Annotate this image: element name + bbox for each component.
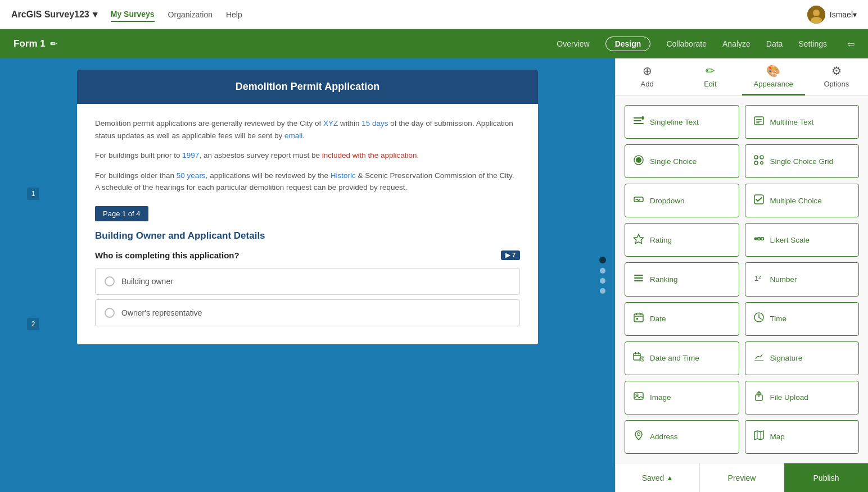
time-icon [753, 312, 765, 326]
desc-p1: Demolition permit applications are gener… [95, 117, 520, 142]
svg-point-13 [754, 156, 758, 159]
sec-nav-settings[interactable]: Settings [798, 39, 827, 48]
element-date-and-time[interactable]: Date and Time [625, 341, 739, 375]
multiline-text-label: Multiline Text [770, 118, 814, 126]
element-single-choice-grid[interactable]: Single Choice Grid [745, 144, 860, 178]
element-image[interactable]: Image [625, 381, 739, 414]
form-header-title: Demolition Permit Application [91, 81, 525, 93]
add-icon: ⊕ [643, 64, 652, 78]
row-num-2: 2 [27, 318, 39, 330]
element-map[interactable]: Map [745, 420, 860, 454]
svg-rect-27 [634, 277, 643, 279]
tab-add[interactable]: ⊕ Add [616, 58, 679, 95]
form-title-edit-icon[interactable]: ✏ [50, 39, 57, 48]
options-icon: ⚙ [831, 64, 842, 78]
likert-scale-icon [753, 233, 765, 247]
form-title-text: Form 1 [13, 38, 46, 49]
element-file-upload[interactable]: File Upload [745, 381, 860, 414]
panel-toolbar: ⊕ Add ✏ Edit 🎨 Appearance ⚙ Options [616, 58, 868, 96]
preview-button[interactable]: Preview [700, 463, 784, 492]
radio-building-owner[interactable] [105, 276, 115, 286]
question-label: Who is completing this application? ▶ 7 [95, 250, 520, 260]
number-label: Number [770, 275, 797, 284]
nav-help[interactable]: Help [226, 8, 242, 21]
multiple-choice-icon [753, 194, 765, 208]
saved-button[interactable]: Saved ▲ [616, 463, 700, 492]
sec-nav-collaborate[interactable]: Collaborate [666, 39, 707, 48]
saved-indicator: Saved ▲ [642, 473, 673, 482]
svg-rect-28 [634, 280, 643, 281]
element-number[interactable]: 1² Number [745, 262, 860, 296]
sec-nav-overview[interactable]: Overview [557, 39, 589, 48]
element-address[interactable]: Address [625, 420, 739, 454]
section-title: Building Owner and Applicant Details [95, 230, 520, 242]
element-multiple-choice[interactable]: Multiple Choice [745, 184, 860, 217]
svg-rect-26 [634, 275, 643, 276]
date-and-time-label: Date and Time [650, 354, 699, 362]
nav-organization[interactable]: Organization [168, 8, 213, 21]
single-choice-label: Single Choice [650, 157, 697, 166]
form-card: Demolition Permit Application Demolition… [77, 70, 538, 344]
right-panel: ⊕ Add ✏ Edit 🎨 Appearance ⚙ Options [615, 58, 868, 492]
nav-my-surveys[interactable]: My Surveys [111, 7, 155, 22]
svg-point-14 [760, 156, 763, 159]
publish-button[interactable]: Publish [784, 463, 868, 492]
single-choice-grid-icon [753, 154, 765, 168]
svg-line-37 [759, 317, 761, 319]
share-icon[interactable]: ⇦ [847, 39, 855, 49]
required-count: 7 [512, 252, 516, 258]
elements-grid: Singleline Text Multiline Text [616, 96, 868, 463]
app-dropdown-arrow[interactable]: ▾ [93, 9, 97, 20]
secondary-nav-links: Overview Design Collaborate Analyze Data… [557, 37, 855, 51]
multiple-choice-label: Multiple Choice [770, 197, 822, 205]
tab-options[interactable]: ⚙ Options [805, 58, 868, 95]
tab-options-label: Options [824, 80, 849, 88]
svg-point-17 [761, 162, 762, 163]
sec-nav-design[interactable]: Design [605, 37, 651, 51]
element-signature[interactable]: Signature [745, 341, 860, 375]
svg-point-50 [638, 433, 640, 436]
element-rating[interactable]: Rating [625, 223, 739, 257]
dropdown-icon [633, 194, 644, 208]
form-body: Demolition permit applications are gener… [77, 104, 538, 344]
svg-rect-46 [634, 393, 643, 399]
side-dot-4 [600, 288, 605, 294]
image-label: Image [650, 393, 671, 402]
choice-option-owners-rep[interactable]: Owner's representative [95, 299, 520, 326]
element-single-choice[interactable]: Single Choice [625, 144, 739, 178]
sec-nav-analyze[interactable]: Analyze [722, 39, 751, 48]
svg-rect-6 [642, 116, 644, 120]
question-label-text: Who is completing this application? [95, 250, 239, 260]
element-date[interactable]: Date [625, 302, 739, 336]
top-nav-right: Ismael▾ [807, 6, 857, 24]
svg-marker-21 [634, 234, 644, 243]
choice-option-building-owner[interactable]: Building owner [95, 268, 520, 295]
radio-owners-rep[interactable] [105, 308, 115, 318]
top-nav-left: ArcGIS Survey123 ▾ My Surveys Organizati… [11, 7, 242, 22]
publish-label: Publish [813, 473, 839, 482]
tab-appearance[interactable]: 🎨 Appearance [742, 58, 805, 95]
form-area: 1 2 Demolition Permit Application Dem [0, 58, 615, 492]
app-title-text: ArcGIS Survey123 [11, 10, 89, 20]
file-upload-icon [753, 390, 765, 404]
svg-point-1 [813, 10, 820, 16]
form-content-wrapper: Demolition Permit Application Demolition… [77, 70, 538, 344]
tab-edit[interactable]: ✏ Edit [679, 58, 742, 95]
element-singleline-text[interactable]: Singleline Text [625, 105, 739, 139]
element-multiline-text[interactable]: Multiline Text [745, 105, 860, 139]
file-upload-label: File Upload [770, 393, 808, 402]
preview-label: Preview [728, 473, 756, 482]
element-time[interactable]: Time [745, 302, 860, 336]
element-ranking[interactable]: Ranking [625, 262, 739, 296]
sec-nav-data[interactable]: Data [766, 39, 783, 48]
user-name[interactable]: Ismael▾ [830, 10, 857, 19]
address-label: Address [650, 432, 678, 441]
svg-rect-10 [756, 122, 760, 124]
side-dot-1 [599, 257, 606, 263]
svg-rect-9 [756, 121, 762, 122]
svg-marker-51 [754, 431, 763, 440]
element-likert-scale[interactable]: Likert Scale [745, 223, 860, 257]
svg-rect-8 [756, 119, 762, 120]
choices-list: Building owner Owner's representative [95, 268, 520, 326]
element-dropdown[interactable]: Dropdown [625, 184, 739, 217]
